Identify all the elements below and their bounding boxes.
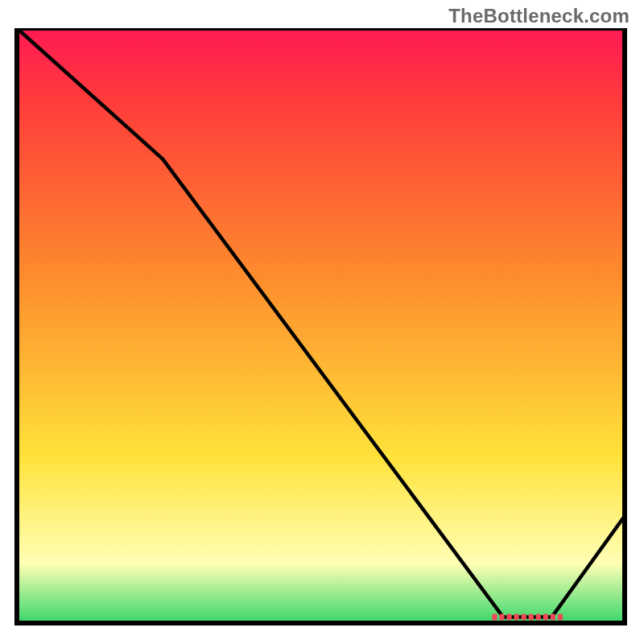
figure-container: TheBottleneck.com — [0, 0, 644, 644]
marker-dash — [506, 614, 511, 621]
chart-plot-area — [14, 28, 627, 628]
marker-dash — [558, 614, 563, 621]
marker-dash — [492, 614, 497, 621]
marker-dash — [551, 614, 555, 621]
marker-dash — [499, 614, 504, 621]
gradient-background — [17, 28, 625, 623]
chart-svg — [14, 28, 627, 628]
marker-dash — [514, 614, 518, 621]
watermark-label: TheBottleneck.com — [448, 5, 630, 27]
marker-dash — [522, 614, 526, 621]
marker-dash — [543, 614, 548, 621]
marker-dash — [529, 614, 534, 621]
marker-dash — [536, 614, 541, 621]
